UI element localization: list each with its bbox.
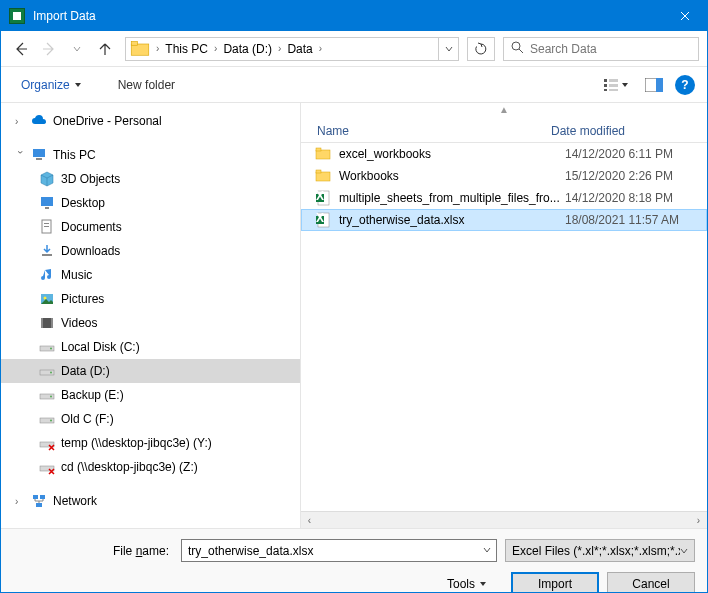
svg-rect-39: [316, 172, 330, 181]
preview-pane-button[interactable]: [641, 76, 667, 94]
preview-pane-icon: [645, 78, 663, 92]
scroll-up-indicator[interactable]: ▲: [301, 103, 707, 119]
tree-item-this-pc[interactable]: › This PC: [1, 143, 300, 167]
filename-dropdown-button[interactable]: [478, 545, 496, 556]
file-row[interactable]: X try_otherwise_data.xlsx 18/08/2021 11:…: [301, 209, 707, 231]
chevron-right-icon[interactable]: ›: [212, 43, 219, 54]
tree-item-music[interactable]: Music: [1, 263, 300, 287]
back-button[interactable]: [9, 37, 33, 61]
folder-icon: [130, 39, 150, 59]
tree-item-desktop[interactable]: Desktop: [1, 191, 300, 215]
breadcrumb-item[interactable]: Data: [283, 38, 316, 60]
tree-label: Pictures: [61, 292, 104, 306]
tree-item-pictures[interactable]: Pictures: [1, 287, 300, 311]
breadcrumb-dropdown[interactable]: [438, 38, 458, 60]
scroll-left-button[interactable]: ‹: [301, 512, 318, 528]
svg-point-27: [50, 372, 52, 374]
filter-label: Excel Files (*.xl*;*.xlsx;*.xlsm;*.x: [512, 544, 680, 558]
svg-rect-11: [33, 149, 45, 157]
svg-rect-3: [604, 79, 607, 82]
tree-item-network-drive-y[interactable]: temp (\\desktop-jibqc3e) (Y:): [1, 431, 300, 455]
import-button[interactable]: Import: [511, 572, 599, 593]
tree-item-network-drive-z[interactable]: cd (\\desktop-jibqc3e) (Z:): [1, 455, 300, 479]
tree-item-3d-objects[interactable]: 3D Objects: [1, 167, 300, 191]
chevron-right-icon[interactable]: ›: [276, 43, 283, 54]
view-options-button[interactable]: [599, 76, 633, 94]
dialog-footer: File name: Excel Files (*.xl*;*.xlsx;*.x…: [1, 528, 707, 593]
forward-button[interactable]: [37, 37, 61, 61]
tree-item-documents[interactable]: Documents: [1, 215, 300, 239]
svg-rect-36: [36, 503, 42, 507]
tree-label: OneDrive - Personal: [53, 114, 162, 128]
excel-file-icon: X: [315, 212, 331, 228]
scrollbar-track[interactable]: [318, 512, 690, 528]
search-box[interactable]: [503, 37, 699, 61]
svg-text:X: X: [316, 190, 324, 203]
file-row[interactable]: X multiple_sheets_from_multiple_files_fr…: [301, 187, 707, 209]
tree-item-old-c-f[interactable]: Old C (F:): [1, 407, 300, 431]
up-button[interactable]: [93, 37, 117, 61]
tree-item-downloads[interactable]: Downloads: [1, 239, 300, 263]
network-drive-error-icon: [39, 435, 55, 451]
svg-rect-38: [316, 148, 321, 151]
breadcrumb-item[interactable]: This PC: [161, 38, 212, 60]
chevron-down-icon: [74, 81, 82, 89]
svg-rect-40: [316, 170, 321, 173]
filename-input[interactable]: [182, 544, 478, 558]
svg-rect-22: [41, 318, 43, 328]
svg-rect-37: [316, 150, 330, 159]
tree-item-videos[interactable]: Videos: [1, 311, 300, 335]
search-input[interactable]: [530, 42, 692, 56]
recent-dropdown-icon[interactable]: [65, 37, 89, 61]
tree-label: This PC: [53, 148, 96, 162]
tree-item-backup-e[interactable]: Backup (E:): [1, 383, 300, 407]
column-header-name[interactable]: Name: [301, 124, 551, 138]
chevron-right-icon[interactable]: ›: [317, 43, 324, 54]
tree-item-local-disk-c[interactable]: Local Disk (C:): [1, 335, 300, 359]
file-row[interactable]: Workbooks 15/12/2020 2:26 PM: [301, 165, 707, 187]
file-list[interactable]: excel_workbooks 14/12/2020 6:11 PM Workb…: [301, 143, 707, 511]
svg-rect-35: [40, 495, 45, 499]
svg-point-2: [512, 42, 520, 50]
folder-icon: [315, 146, 331, 162]
horizontal-scrollbar[interactable]: ‹ ›: [301, 511, 707, 528]
refresh-button[interactable]: [467, 37, 495, 61]
tools-label: Tools: [447, 577, 475, 591]
cancel-button[interactable]: Cancel: [607, 572, 695, 593]
breadcrumb-item[interactable]: Data (D:): [219, 38, 276, 60]
svg-rect-1: [131, 41, 137, 45]
svg-point-25: [50, 348, 52, 350]
breadcrumb-bar[interactable]: › This PC › Data (D:) › Data ›: [125, 37, 459, 61]
file-name: multiple_sheets_from_multiple_files_fro.…: [339, 191, 565, 205]
file-row[interactable]: excel_workbooks 14/12/2020 6:11 PM: [301, 143, 707, 165]
svg-rect-7: [609, 84, 618, 87]
tree-item-data-d[interactable]: Data (D:): [1, 359, 300, 383]
tree-item-onedrive[interactable]: › OneDrive - Personal: [1, 109, 300, 133]
chevron-right-icon[interactable]: ›: [154, 43, 161, 54]
svg-text:X: X: [316, 212, 324, 225]
window-title: Import Data: [33, 9, 662, 23]
tree-label: Music: [61, 268, 92, 282]
drive-icon: [39, 363, 55, 379]
tools-button[interactable]: Tools: [439, 572, 495, 593]
svg-rect-4: [604, 84, 607, 87]
svg-rect-23: [51, 318, 53, 328]
help-button[interactable]: ?: [675, 75, 695, 95]
organize-button[interactable]: Organize: [13, 73, 90, 97]
filename-combobox[interactable]: [181, 539, 497, 562]
svg-rect-10: [656, 78, 663, 92]
close-button[interactable]: [662, 1, 707, 31]
scroll-right-button[interactable]: ›: [690, 512, 707, 528]
column-headers[interactable]: Name Date modified: [301, 119, 707, 143]
file-type-filter[interactable]: Excel Files (*.xl*;*.xlsx;*.xlsm;*.x: [505, 539, 695, 562]
chevron-down-icon[interactable]: ›: [15, 150, 26, 160]
file-name: Workbooks: [339, 169, 565, 183]
chevron-right-icon[interactable]: ›: [15, 116, 25, 127]
new-folder-button[interactable]: New folder: [110, 73, 183, 97]
tree-item-network[interactable]: › Network: [1, 489, 300, 513]
navigation-tree[interactable]: › OneDrive - Personal › This PC 3D Objec…: [1, 103, 301, 528]
tree-label: Data (D:): [61, 364, 110, 378]
chevron-right-icon[interactable]: ›: [15, 496, 25, 507]
column-header-date[interactable]: Date modified: [551, 124, 707, 138]
tree-label: 3D Objects: [61, 172, 120, 186]
